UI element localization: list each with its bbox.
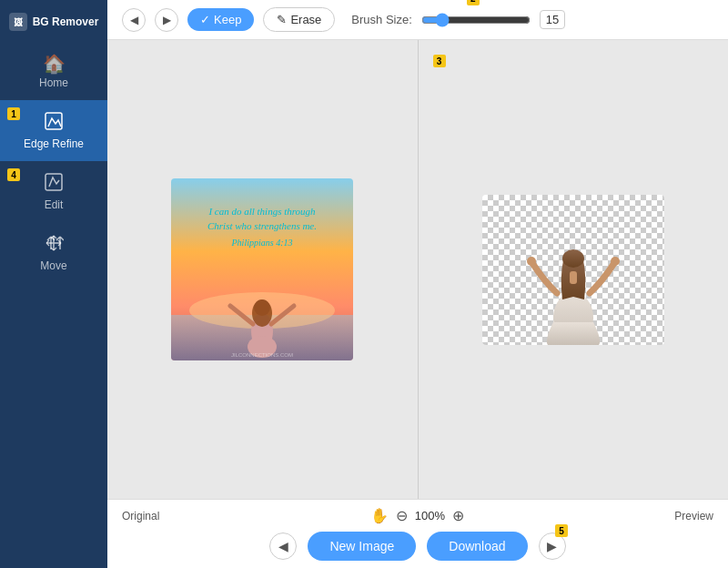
sidebar-item-edge-refine-label: Edge Refine [24,137,84,150]
home-icon: 🏠 [43,55,66,73]
edge-refine-icon [44,111,64,134]
svg-point-18 [527,257,536,266]
original-image: I can do all things through Christ who s… [171,178,353,360]
sidebar-item-edge-refine[interactable]: 1 Edge Refine [0,100,107,161]
brush-slider-container: 2 [421,13,531,27]
move-icon [44,233,64,256]
sidebar-item-edit-label: Edit [45,198,64,211]
svg-rect-20 [570,271,577,284]
sidebar-item-home-label: Home [39,76,68,89]
forward-button[interactable]: ▶ [155,8,178,32]
original-panel: I can do all things through Christ who s… [107,40,418,499]
zoom-row: Original ✋ ⊖ 100% ⊕ Preview [122,507,713,524]
preview-label: Preview [674,510,713,522]
download-button[interactable]: Download [427,532,527,561]
erase-label: Erase [290,13,321,26]
action-badge: 5 [555,524,568,537]
svg-point-17 [562,249,584,268]
sidebar-item-home[interactable]: 🏠 Home [0,44,107,100]
edit-badge: 4 [7,168,20,181]
sidebar-item-move[interactable]: Move [0,222,107,283]
new-image-button[interactable]: New Image [308,532,416,561]
transparency-background [482,195,664,345]
svg-rect-1 [46,174,62,190]
edge-refine-badge: 1 [7,107,20,120]
brush-size-value[interactable]: 15 [540,10,565,29]
svg-point-10 [252,299,272,327]
zoom-value: 100% [415,509,445,522]
zoom-in-button[interactable]: ⊕ [452,507,464,524]
back-button[interactable]: ◀ [122,8,146,32]
prev-button[interactable]: ◀ [269,532,297,560]
keep-button[interactable]: ✓ Keep [187,8,254,31]
brush-size-slider[interactable] [421,13,531,27]
result-panel-badge: 3 [433,55,446,67]
edit-icon [44,172,64,195]
svg-text:JILCONNECTIONS.COM: JILCONNECTIONS.COM [231,352,293,358]
sidebar-item-move-label: Move [40,259,66,272]
app-logo: 🖼 BG Remover [2,9,106,35]
svg-text:Philippians 4:13: Philippians 4:13 [231,238,293,248]
result-panel: 3 [419,40,729,499]
app-title: BG Remover [33,15,99,28]
zoom-controls: ✋ ⊖ 100% ⊕ [370,507,464,524]
main-content: ◀ ▶ ✓ Keep ✎ Erase Brush Size: 2 15 [107,0,728,568]
erase-button[interactable]: ✎ Erase [263,7,335,32]
action-row: ◀ New Image Download 5 ▶ [122,532,713,561]
bottom-bar: Original ✋ ⊖ 100% ⊕ Preview ◀ New Image … [107,499,728,568]
brush-badge: 2 [467,0,480,5]
keep-icon: ✓ [200,13,210,26]
brush-size-label: Brush Size: [351,13,411,26]
sidebar-item-edit[interactable]: 4 Edit [0,161,107,222]
canvas-area: I can do all things through Christ who s… [107,40,728,499]
original-label: Original [122,510,159,522]
svg-text:Christ who strengthens me.: Christ who strengthens me. [207,220,317,231]
svg-text:I can do all things through: I can do all things through [208,206,317,217]
toolbar: ◀ ▶ ✓ Keep ✎ Erase Brush Size: 2 15 [107,0,728,40]
result-image [482,195,664,345]
keep-label: Keep [214,13,241,26]
svg-point-19 [611,257,620,266]
sidebar: 🖼 BG Remover 🏠 Home 1 Edge Refine 4 Edit [0,0,107,568]
logo-icon: 🖼 [9,13,27,31]
zoom-out-button[interactable]: ⊖ [396,507,408,524]
hand-tool-button[interactable]: ✋ [370,507,389,524]
erase-icon: ✎ [277,13,287,26]
